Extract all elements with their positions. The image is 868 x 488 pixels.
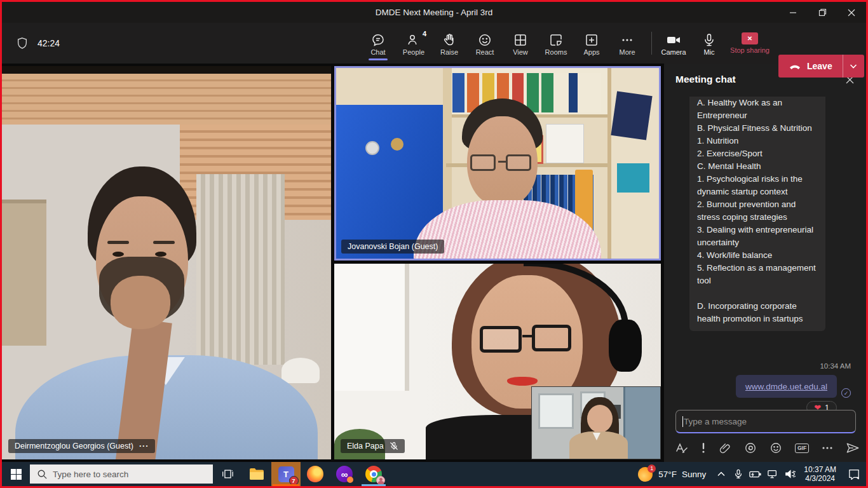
emoji-icon[interactable] xyxy=(770,442,782,454)
infinity-app-accent xyxy=(347,477,353,483)
scene-right-shelf xyxy=(607,68,659,259)
scene-right-books xyxy=(611,91,652,140)
camera-button[interactable]: Camera xyxy=(656,23,691,64)
apps-icon xyxy=(585,30,599,47)
search-input[interactable] xyxy=(53,470,206,479)
participant1-collar xyxy=(147,357,185,385)
weather-sun-icon: 1 xyxy=(638,467,653,482)
participant1-name: Deirmentzoglou Georgios (Guest) xyxy=(15,442,133,451)
taskbar-search[interactable] xyxy=(30,464,213,484)
action-center-icon[interactable] xyxy=(842,462,866,486)
video-tile-elda: Elda Papa xyxy=(334,264,661,459)
stop-sharing-label: Stop sharing xyxy=(730,46,770,54)
format-icon[interactable] xyxy=(675,442,688,454)
mic-icon xyxy=(702,30,716,47)
message-input[interactable] xyxy=(684,417,849,426)
participant2-glasses-left xyxy=(470,154,496,171)
mic-button[interactable]: Mic xyxy=(691,23,727,64)
scene-blue-pinboard xyxy=(336,105,443,261)
tray-volume-icon[interactable] xyxy=(781,462,798,486)
teams-app-icon: T 7 xyxy=(278,466,294,482)
minimize-button[interactable] xyxy=(778,2,808,23)
chrome-taskbar-button[interactable] xyxy=(359,462,388,486)
leave-options-button[interactable] xyxy=(843,55,864,78)
scene-papers xyxy=(546,124,584,163)
nametag-jovanovski[interactable]: Jovanovski Bojan (Guest) xyxy=(341,240,444,254)
infinity-app-icon: ∞ xyxy=(336,466,353,482)
taskbar-clock[interactable]: 10:37 AM 4/3/2024 xyxy=(798,465,842,483)
tab-chat-label: Chat xyxy=(370,48,385,56)
own-message-group: 10:34 AM www.dmde.uet.edu.al ✓ ❤ 1 xyxy=(664,362,851,414)
purple-app-taskbar-button[interactable]: ∞ xyxy=(330,462,359,486)
restore-button[interactable] xyxy=(808,2,837,23)
start-button[interactable] xyxy=(2,462,30,486)
stop-sharing-button[interactable]: ✕ Stop sharing xyxy=(727,23,773,64)
windows-taskbar: T 7 ∞ 1 57°F xyxy=(2,462,866,486)
participant3-headphone-band xyxy=(524,264,628,330)
nametag-elda[interactable]: Elda Papa xyxy=(341,439,405,453)
selfview-hair xyxy=(581,397,620,456)
scene-ornament2 xyxy=(391,138,403,151)
scene-wall xyxy=(2,125,331,459)
participant3-lips xyxy=(507,377,538,386)
importance-icon[interactable] xyxy=(701,442,706,454)
loop-component-icon[interactable] xyxy=(744,442,757,454)
scene-wood-beam xyxy=(2,74,331,125)
weather-badge: 1 xyxy=(648,464,656,473)
tab-apps[interactable]: Apps xyxy=(574,23,609,64)
tray-battery-icon[interactable] xyxy=(747,462,764,486)
chrome-profile-badge xyxy=(376,476,385,485)
tab-more[interactable]: More xyxy=(609,23,645,64)
leave-label: Leave xyxy=(807,61,832,71)
clock-time: 10:37 AM xyxy=(804,465,836,474)
scene-house-object xyxy=(498,122,543,164)
attach-icon[interactable] xyxy=(719,442,731,454)
weather-widget[interactable]: 1 57°F Sunny xyxy=(632,467,712,482)
chat-messages[interactable]: A. Healthy Work as an Entrepreneur B. Ph… xyxy=(664,97,866,360)
tab-view[interactable]: View xyxy=(503,23,538,64)
participant2-hair xyxy=(462,98,543,153)
participant3-name: Elda Papa xyxy=(347,442,384,451)
send-icon[interactable] xyxy=(846,442,860,454)
tray-mic-icon[interactable] xyxy=(729,462,747,486)
selfview-door xyxy=(623,387,660,459)
participant1-beard xyxy=(99,257,185,323)
file-explorer-button[interactable] xyxy=(242,462,271,486)
stop-sharing-icon: ✕ xyxy=(742,32,758,44)
tab-raise[interactable]: Raise xyxy=(431,23,467,64)
tab-chat[interactable]: Chat xyxy=(360,23,396,64)
scene-curtain xyxy=(196,174,285,365)
task-view-button[interactable] xyxy=(213,462,242,486)
firefox-taskbar-button[interactable] xyxy=(301,462,330,486)
compose-area: GIF xyxy=(675,410,856,454)
teams-taskbar-button[interactable]: T 7 xyxy=(271,462,301,486)
message-link[interactable]: www.dmde.uet.edu.al xyxy=(745,382,827,391)
scene-books xyxy=(524,175,593,233)
message-input-box[interactable] xyxy=(675,410,856,433)
firefox-icon xyxy=(307,466,323,482)
self-view-preview xyxy=(531,386,661,459)
leave-button[interactable]: Leave xyxy=(778,55,843,78)
video-tile-jovanovski-active-speaker: Jovanovski Bojan (Guest) xyxy=(334,66,661,261)
tab-people[interactable]: 4 People xyxy=(396,23,431,64)
leave-split-button: Leave xyxy=(778,55,864,78)
compose-more-icon[interactable] xyxy=(822,446,833,450)
tab-people-label: People xyxy=(403,48,424,56)
tab-view-label: View xyxy=(513,48,528,56)
nametag-deirmentzoglou[interactable]: Deirmentzoglou Georgios (Guest) ··· xyxy=(8,439,155,453)
close-button[interactable] xyxy=(837,2,866,23)
participant1-hair xyxy=(88,166,196,274)
participant1-arm xyxy=(115,318,172,459)
chat-icon xyxy=(371,30,385,47)
teams-meeting-screen: DMDE Next Meeting - April 3rd 42:24 xyxy=(0,0,868,488)
tab-rooms[interactable]: Rooms xyxy=(538,23,574,64)
participant1-hand xyxy=(111,276,170,329)
tray-network-icon[interactable] xyxy=(764,462,781,486)
tab-react[interactable]: React xyxy=(467,23,503,64)
tray-chevron-icon[interactable] xyxy=(712,462,729,486)
scene-binders xyxy=(452,73,601,112)
shield-icon xyxy=(16,36,29,50)
gif-icon[interactable]: GIF xyxy=(795,444,809,453)
tab-apps-label: Apps xyxy=(583,48,599,56)
participant3-face xyxy=(471,275,583,409)
